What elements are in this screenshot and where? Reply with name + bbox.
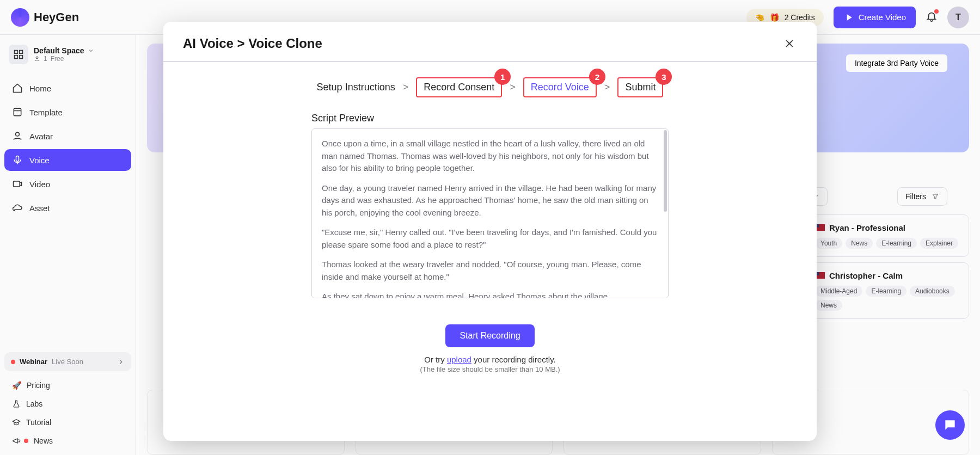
step-submit-label: Submit (625, 82, 656, 93)
step-badge-3: 3 (656, 69, 672, 85)
wizard-steps: Setup Instructions > Record Consent 1 > … (163, 62, 817, 103)
step-submit[interactable]: Submit 3 (617, 77, 663, 97)
script-paragraph: One day, a young traveler named Henry ar… (322, 182, 658, 219)
modal-title-suffix: Voice Clone (248, 36, 322, 51)
chat-icon (943, 418, 957, 432)
script-paragraph: Once upon a time, in a small village nes… (322, 138, 658, 175)
script-preview-box[interactable]: Once upon a time, in a small village nes… (311, 128, 669, 298)
close-icon (784, 38, 795, 49)
start-recording-label: Start Recording (460, 331, 520, 340)
step-sep: > (403, 82, 409, 93)
step-sep: > (510, 82, 516, 93)
upload-link[interactable]: upload (447, 355, 471, 364)
upload-alternative: Or try upload your recording directly. (163, 355, 817, 364)
step-consent[interactable]: Record Consent 1 (416, 77, 502, 97)
modal-title-prefix: AI Voice (183, 36, 234, 51)
step-sep: > (604, 82, 610, 93)
modal-header: AI Voice > Voice Clone (163, 22, 817, 62)
or-try-prefix: Or try (424, 355, 447, 364)
script-paragraph: As they sat down to enjoy a warm meal, H… (322, 291, 658, 298)
script-paragraph: "Excuse me, sir," Henry called out. "I'v… (322, 226, 658, 251)
intercom-launcher[interactable] (935, 410, 965, 440)
step-setup: Setup Instructions (317, 82, 395, 93)
modal-title-sep: > (237, 36, 245, 51)
step-consent-label: Record Consent (424, 82, 494, 93)
modal-title: AI Voice > Voice Clone (183, 36, 322, 51)
filesize-note: (The file size should be smaller than 10… (163, 365, 817, 373)
step-record-voice[interactable]: Record Voice 2 (523, 77, 597, 97)
or-try-suffix: your recording directly. (471, 355, 556, 364)
start-recording-button[interactable]: Start Recording (445, 324, 534, 347)
voice-clone-modal: AI Voice > Voice Clone Setup Instruction… (163, 22, 817, 441)
modal-close-button[interactable] (782, 36, 797, 51)
script-paragraph: Thomas looked at the weary traveler and … (322, 259, 658, 283)
script-preview-title: Script Preview (311, 103, 669, 128)
scrollbar-thumb[interactable] (664, 130, 667, 212)
step-badge-1: 1 (494, 69, 511, 85)
step-badge-2: 2 (589, 69, 605, 85)
step-record-voice-label: Record Voice (531, 82, 589, 93)
